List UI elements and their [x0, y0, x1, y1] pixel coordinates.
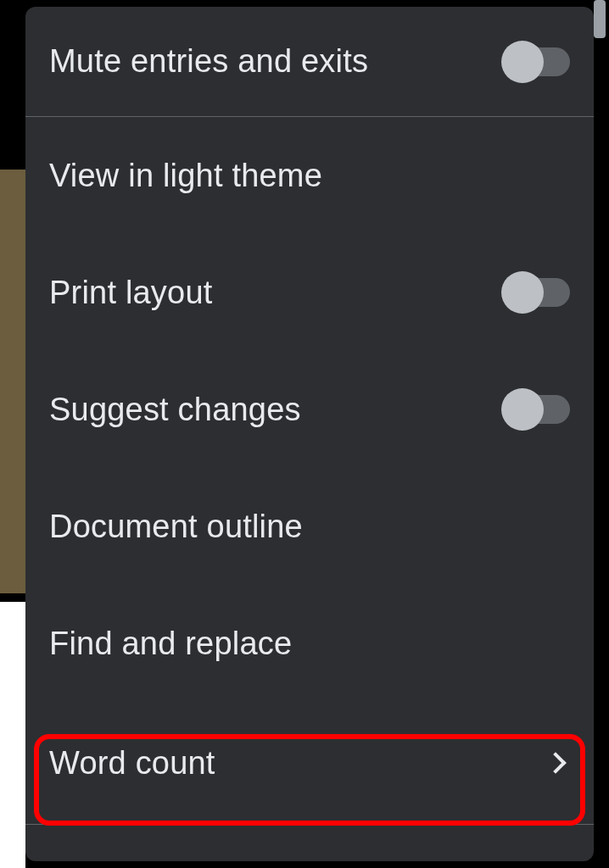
menu-item-word-count[interactable]: Word count — [25, 702, 594, 825]
menu-item-print-layout[interactable]: Print layout — [25, 234, 594, 351]
bg-text-fragment — [0, 602, 25, 868]
menu-item-label: Document outline — [49, 509, 303, 545]
scrollbar-thumb[interactable] — [594, 0, 606, 38]
bg-doc-fragment — [0, 170, 25, 593]
menu-item-label: View in light theme — [49, 158, 322, 194]
menu-item-label: Suggest changes — [49, 392, 301, 428]
print-layout-toggle[interactable] — [504, 278, 570, 307]
toggle-thumb — [501, 41, 544, 83]
menu-item-suggest-changes[interactable]: Suggest changes — [25, 351, 594, 468]
menu-item-document-outline[interactable]: Document outline — [25, 468, 594, 585]
background-partial — [0, 0, 25, 868]
menu-item-label: Mute entries and exits — [49, 43, 368, 80]
menu-item-mute-entries-exits[interactable]: Mute entries and exits — [25, 7, 594, 117]
scrollbar-track[interactable] — [595, 0, 606, 868]
menu-item-light-theme[interactable]: View in light theme — [25, 117, 594, 234]
mute-toggle[interactable] — [504, 47, 570, 76]
menu-item-label: Find and replace — [49, 626, 292, 662]
menu-item-label: Word count — [49, 745, 215, 782]
menu-item-find-replace[interactable]: Find and replace — [25, 585, 594, 702]
menu-item-label: Print layout — [49, 275, 213, 311]
chevron-right-icon — [545, 752, 566, 773]
toggle-thumb — [501, 388, 544, 431]
suggest-changes-toggle[interactable] — [504, 395, 570, 424]
overflow-menu-panel: Mute entries and exits View in light the… — [25, 7, 594, 861]
toggle-thumb — [501, 271, 544, 314]
